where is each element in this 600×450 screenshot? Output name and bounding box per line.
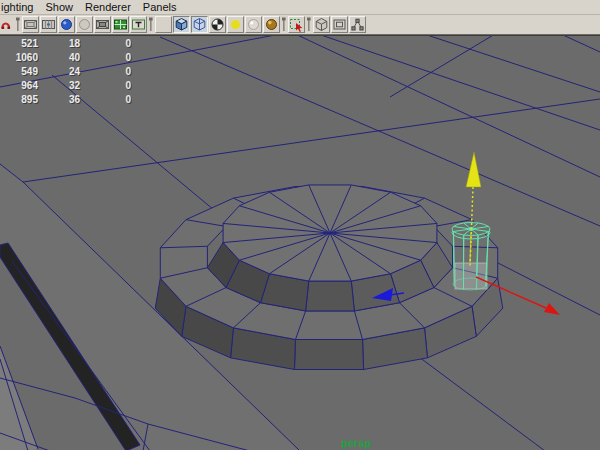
toolbar-separator [147, 17, 154, 32]
hud-value: 40 [44, 51, 80, 65]
toolbar-button-cube-outline[interactable] [313, 16, 330, 33]
toolbar-button-cube-wire[interactable] [191, 16, 208, 33]
hud-row: 549240 [0, 65, 160, 79]
toolbar-button-sphere-white[interactable] [245, 16, 262, 33]
toolbar-button-gate-mask[interactable] [94, 16, 111, 33]
hud-value: 36 [44, 93, 80, 107]
hud-row: 1060400 [0, 51, 160, 65]
perspective-viewport[interactable]: 5211801060400549240964320895360 persp [0, 35, 600, 450]
toolbar-button-sphere-blue[interactable] [58, 16, 75, 33]
toolbar-button-film-gate[interactable] [22, 16, 39, 33]
toolbar-separator [280, 17, 287, 32]
hud-value: 32 [44, 79, 80, 93]
toolbar-button-field-chart[interactable] [112, 16, 129, 33]
hud-value: 895 [0, 93, 38, 107]
hud-row: 521180 [0, 37, 160, 51]
camera-name-label: persp [326, 437, 386, 449]
toolbar-separator [14, 17, 21, 32]
hud-value: 0 [95, 79, 131, 93]
toolbar-button-resolution-gate[interactable] [40, 16, 57, 33]
menu-item-panels[interactable]: Panels [143, 1, 177, 14]
toolbar-button-sphere-gold[interactable] [263, 16, 280, 33]
toolbar-button-safe-title[interactable] [130, 16, 147, 33]
toolbar-button-share[interactable] [349, 16, 366, 33]
hud-value: 549 [0, 65, 38, 79]
round-platform-mesh[interactable] [155, 185, 503, 370]
menu-item-renderer[interactable]: Renderer [85, 1, 131, 14]
hud-value: 1060 [0, 51, 38, 65]
magnet-icon[interactable] [0, 17, 13, 32]
hud-value: 24 [44, 65, 80, 79]
panel-toolbar [0, 15, 600, 35]
hud-value: 0 [95, 65, 131, 79]
toolbar-button-circle-dim[interactable] [76, 16, 93, 33]
toolbar-button-checker-ball[interactable] [209, 16, 226, 33]
hud-value: 0 [95, 93, 131, 107]
toolbar-button-square-nested[interactable] [331, 16, 348, 33]
panel-menu-bar: ightingShowRendererPanels [0, 0, 600, 15]
toolbar-button-blank[interactable] [155, 16, 172, 33]
hud-row: 964320 [0, 79, 160, 93]
hud-row: 895360 [0, 93, 160, 107]
hud-value: 0 [95, 51, 131, 65]
hud-value: 18 [44, 37, 80, 51]
toolbar-button-light-yellow[interactable] [227, 16, 244, 33]
poly-count-hud: 5211801060400549240964320895360 [0, 37, 160, 107]
hud-value: 0 [95, 37, 131, 51]
hud-value: 964 [0, 79, 38, 93]
menu-item-ighting[interactable]: ighting [1, 1, 33, 14]
toolbar-separator [305, 17, 312, 32]
hud-value: 521 [0, 37, 38, 51]
menu-item-show[interactable]: Show [45, 1, 73, 14]
toolbar-button-select-marquee[interactable] [288, 16, 305, 33]
maya-viewport-panel: ightingShowRendererPanels 52118010604005… [0, 0, 600, 450]
toolbar-button-cube-shaded[interactable] [173, 16, 190, 33]
